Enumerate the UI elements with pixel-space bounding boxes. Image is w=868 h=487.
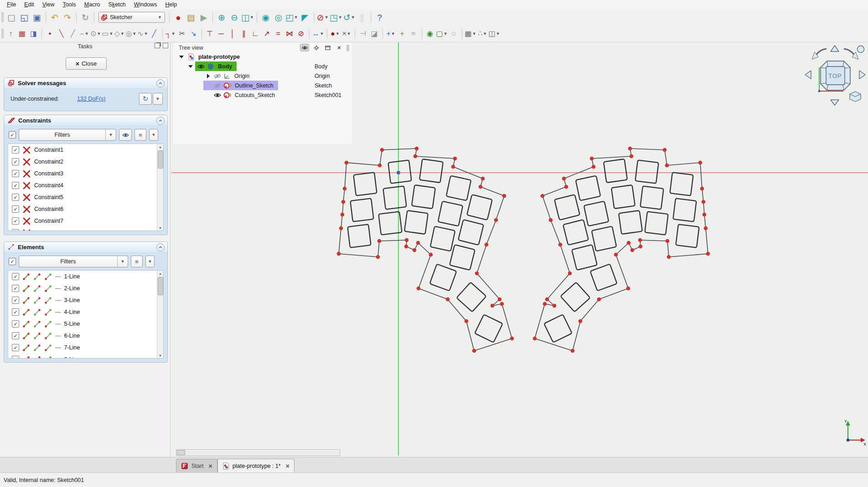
sketch-vertex[interactable] bbox=[337, 252, 341, 256]
toggle-active-constraint-button[interactable]: ×▼ bbox=[341, 28, 352, 39]
sketch-vertex[interactable] bbox=[630, 248, 635, 252]
workbench-selector[interactable]: Sketcher ▼ bbox=[98, 12, 165, 23]
sketch-vertex[interactable] bbox=[626, 287, 630, 291]
tree-row-plate-prototype[interactable]: plate-prototype bbox=[173, 52, 352, 62]
elements-settings-button[interactable]: ≡ bbox=[131, 256, 143, 267]
switch-cutout[interactable] bbox=[604, 159, 627, 183]
sketch-vertex[interactable] bbox=[704, 226, 708, 231]
undo-button[interactable]: ↶ bbox=[49, 11, 61, 24]
measure-button[interactable]: ∥ bbox=[356, 11, 368, 24]
sketch-vertex[interactable] bbox=[592, 165, 596, 169]
sketch-vertex[interactable] bbox=[638, 238, 642, 242]
switch-cutout[interactable] bbox=[576, 176, 601, 201]
switch-cutout[interactable] bbox=[670, 172, 693, 195]
tree-row-body[interactable]: BodyBody bbox=[173, 62, 352, 71]
sketch-vertex[interactable] bbox=[500, 302, 504, 306]
sketch-vertex[interactable] bbox=[597, 297, 601, 302]
sketch-vertex[interactable] bbox=[553, 304, 557, 308]
create-rectangle-button[interactable]: ▭▼ bbox=[102, 28, 113, 39]
sketch-vertex[interactable] bbox=[485, 243, 489, 247]
switch-cutout[interactable] bbox=[635, 160, 658, 183]
constraints-settings-dropdown[interactable]: ▼ bbox=[149, 129, 158, 141]
float-panel-icon[interactable] bbox=[155, 43, 160, 48]
scrollbar[interactable]: ▲▼ bbox=[157, 144, 163, 231]
sketch-vertex[interactable] bbox=[377, 239, 382, 243]
switch-cutout[interactable] bbox=[563, 220, 589, 245]
sketch-vertex[interactable] bbox=[666, 239, 670, 243]
element-checkbox[interactable]: ✓ bbox=[12, 273, 19, 280]
switch-cutout[interactable] bbox=[457, 282, 486, 312]
constraint-checkbox[interactable]: ✓ bbox=[12, 158, 19, 165]
sketch-vertex[interactable] bbox=[479, 185, 483, 189]
constraint-checkbox[interactable]: ✓ bbox=[12, 146, 19, 154]
auto-update-button[interactable]: ↻ bbox=[139, 93, 152, 105]
constrain-perpendicular-button[interactable]: ∟ bbox=[250, 28, 261, 39]
element-checkbox[interactable]: ✓ bbox=[12, 320, 19, 328]
solver-options-dropdown[interactable]: ▼ bbox=[153, 93, 163, 105]
select-view-button[interactable]: ◤ bbox=[299, 11, 311, 24]
sketch-vertex[interactable] bbox=[706, 252, 710, 256]
draw-style-button[interactable]: ⊘▼ bbox=[317, 11, 329, 24]
element-checkbox[interactable]: ✓ bbox=[12, 297, 19, 304]
macro-edit-button[interactable]: ▤ bbox=[185, 11, 197, 24]
element-checkbox[interactable]: ✓ bbox=[12, 332, 19, 339]
constrain-vertical-button[interactable]: │ bbox=[227, 28, 238, 39]
switch-cutout[interactable] bbox=[611, 185, 635, 209]
constraint-checkbox[interactable]: ✓ bbox=[12, 194, 19, 201]
switch-cutout[interactable] bbox=[561, 282, 590, 312]
axonometric-view-button[interactable]: ◰▼ bbox=[285, 11, 298, 24]
sketch-vertex[interactable] bbox=[630, 154, 634, 159]
sketch-vertex[interactable] bbox=[475, 272, 479, 276]
constraint-row[interactable]: ✓Constraint6 bbox=[8, 203, 163, 215]
constrain-parallel-button[interactable]: ∥ bbox=[239, 28, 249, 39]
split-edge-button[interactable]: ⊣ bbox=[358, 28, 368, 39]
sketch-vertex[interactable] bbox=[545, 297, 549, 302]
plate-outline[interactable] bbox=[535, 149, 708, 351]
solver-messages-header[interactable]: Solver messages bbox=[4, 78, 167, 88]
sketch-vertex[interactable] bbox=[702, 200, 706, 204]
element-row[interactable]: ✓—1-Line bbox=[8, 271, 163, 282]
scroll-down-icon[interactable]: ▼ bbox=[157, 225, 163, 231]
menu-file[interactable]: File bbox=[3, 1, 20, 8]
constraint-row[interactable]: ✓Constraint3 bbox=[8, 168, 163, 179]
sketch-vertex[interactable] bbox=[533, 337, 537, 341]
switch-cutout[interactable] bbox=[584, 201, 609, 226]
switch-cutout[interactable] bbox=[412, 185, 435, 209]
box-zoom-button[interactable]: ◫▼ bbox=[241, 11, 254, 24]
whats-this-button[interactable]: ? bbox=[374, 11, 386, 24]
switch-cutout[interactable] bbox=[458, 220, 484, 245]
close-tab-icon[interactable]: × bbox=[208, 462, 212, 470]
viewport-3d[interactable]: TOP Y X Tree view bbox=[171, 42, 868, 457]
dock-panel-icon[interactable] bbox=[163, 43, 168, 48]
tree-settings-gear-icon[interactable] bbox=[312, 44, 320, 51]
sketch-vertex[interactable] bbox=[416, 241, 420, 245]
element-checkbox[interactable]: ✓ bbox=[12, 285, 19, 292]
keyboard-left-half[interactable] bbox=[337, 147, 514, 353]
element-row[interactable]: ✓—6-Line bbox=[8, 330, 163, 342]
sketch-vertex[interactable] bbox=[413, 248, 417, 252]
create-point-button[interactable]: • bbox=[45, 28, 55, 39]
tree-horizontal-scrollbar[interactable] bbox=[176, 449, 340, 456]
collapse-arrow-icon[interactable] bbox=[179, 56, 184, 58]
sketch-vertex[interactable] bbox=[405, 238, 409, 242]
create-fillet-button[interactable]: ┐▼ bbox=[165, 28, 176, 39]
sketch-vertex[interactable] bbox=[564, 185, 568, 189]
constraint-checkbox[interactable]: ✓ bbox=[12, 205, 19, 213]
sketch-vertex[interactable] bbox=[510, 337, 514, 341]
element-row[interactable]: ✓—5-Line bbox=[8, 318, 163, 330]
dimension-button[interactable]: ↔▼ bbox=[312, 28, 324, 39]
macro-record-button[interactable]: ● bbox=[172, 11, 184, 24]
sketch-vertex[interactable] bbox=[451, 165, 455, 169]
sketch-vertex[interactable] bbox=[341, 213, 345, 217]
switch-cutout[interactable] bbox=[350, 198, 373, 221]
zoom-in-button[interactable]: ⊕ bbox=[216, 11, 227, 24]
render-order-button[interactable]: ◫▼ bbox=[489, 28, 500, 39]
constraint-row[interactable]: ✓Constraint7 bbox=[8, 215, 163, 227]
zoom-out-button[interactable]: ⊖ bbox=[228, 11, 240, 24]
virtual-space-button[interactable]: ◌ bbox=[449, 28, 459, 39]
collapse-arrow-icon[interactable] bbox=[188, 65, 193, 68]
sketch-vertex[interactable] bbox=[453, 157, 457, 161]
sketch-vertex[interactable] bbox=[543, 302, 547, 306]
element-checkbox[interactable]: ✓ bbox=[12, 308, 19, 316]
sketch-vertex[interactable] bbox=[665, 164, 669, 168]
